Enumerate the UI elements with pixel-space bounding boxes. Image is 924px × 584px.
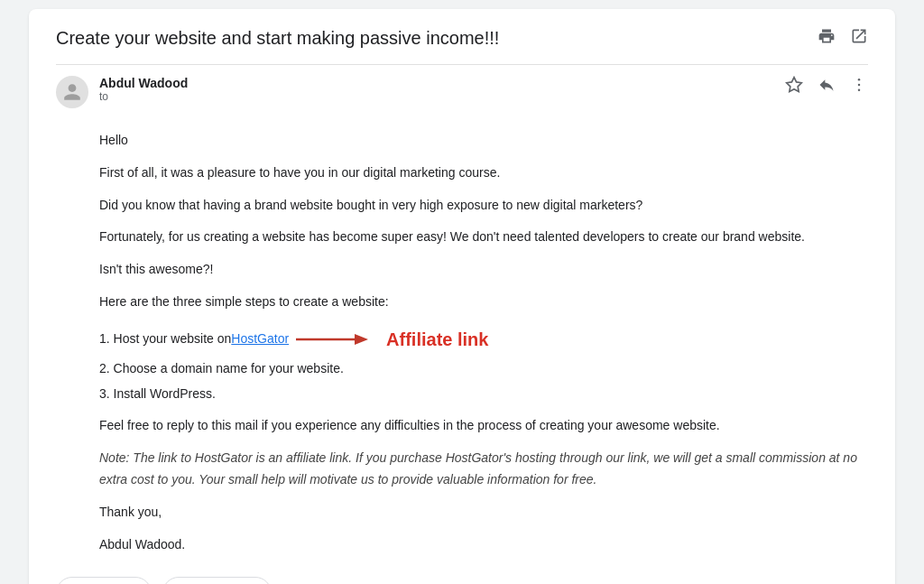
print-icon[interactable] [818,27,836,50]
email-subject-row: Create your website and start making pas… [56,27,868,50]
svg-point-3 [858,89,861,92]
action-buttons: Reply Forward [56,577,868,584]
subject-icons [818,27,868,50]
reply-header-icon[interactable] [818,76,836,98]
step2: 2. Choose a domain name for your website… [99,358,868,380]
sender-to: to [99,90,785,103]
step1-row: 1. Host your website on HostGator Affili… [99,324,868,355]
para6: Feel free to reply to this mail if you e… [99,415,868,437]
step1-prefix: 1. Host your website on [99,329,231,350]
star-icon[interactable] [785,76,803,98]
reply-button[interactable]: Reply [56,577,152,584]
para5: Here are the three simple steps to creat… [99,292,868,313]
header-actions [785,76,868,98]
svg-marker-5 [355,334,368,345]
para3: Fortunately, for us creating a website h… [99,227,868,248]
step3: 3. Install WordPress. [99,384,868,405]
subject-divider [56,64,868,65]
svg-point-2 [858,84,861,87]
sender-info: Abdul Wadood to [99,76,785,103]
hostgator-link[interactable]: HostGator [231,329,289,350]
email-header: Abdul Wadood to [56,76,868,116]
affiliate-arrow [296,329,368,350]
para2: Did you know that having a brand website… [99,195,868,217]
svg-marker-0 [787,78,802,92]
email-container: Create your website and start making pas… [29,9,895,584]
email-body: Hello First of all, it was a pleasure to… [56,130,868,555]
affiliate-label: Affiliate link [386,324,488,355]
more-icon[interactable] [850,76,868,98]
greeting: Hello [99,130,868,152]
note: Note: The link to HostGator is an affili… [99,448,868,491]
closing1: Thank you, [99,502,868,524]
forward-button[interactable]: Forward [162,577,272,584]
para4: Isn't this awesome?! [99,259,868,281]
svg-point-1 [858,79,861,81]
closing2: Abdul Wadood. [99,534,868,556]
sender-name: Abdul Wadood [99,76,785,90]
email-subject-text: Create your website and start making pas… [56,28,818,49]
avatar [56,76,88,108]
open-external-icon[interactable] [850,27,868,50]
para1: First of all, it was a pleasure to have … [99,162,868,184]
steps-list: 1. Host your website on HostGator Affili… [99,324,868,405]
